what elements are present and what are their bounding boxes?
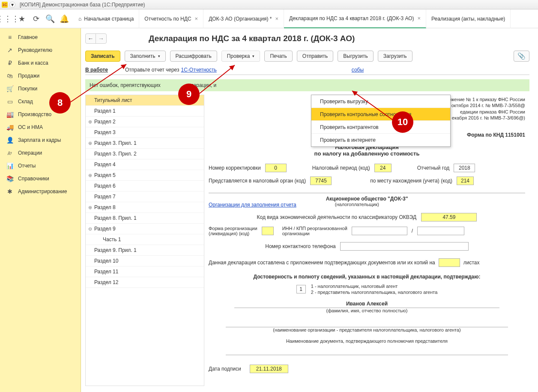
tab-vat-reporting[interactable]: Отчетность по НДС×	[139, 9, 203, 28]
section-item[interactable]: ⊕Раздел 3. Прил. 1	[86, 138, 204, 149]
page-title: Декларация по НДС за 4 квартал 2018 г. (…	[149, 34, 355, 43]
check-ratios-item[interactable]: Проверить контрольные соотношения	[311, 108, 450, 121]
doc-rep-field[interactable]	[226, 347, 508, 355]
sidebar-item-operations[interactable]: ДтОперации	[0, 147, 81, 159]
tab-organization[interactable]: ДОК-3 АО (Организация) *×	[203, 9, 284, 28]
section-item[interactable]: Раздел 3	[86, 127, 204, 138]
org-fill-link[interactable]: Организации для заполнения отчета	[209, 202, 296, 208]
debit-icon: Дт	[6, 151, 14, 155]
sidebar-item-payroll[interactable]: 👤Зарплата и кадры	[0, 134, 81, 147]
section-item[interactable]: ⊕Раздел 5	[86, 170, 204, 181]
expander-icon[interactable]: ⊕	[87, 119, 93, 124]
sign-date-field[interactable]: 21.11.2018	[250, 365, 288, 373]
sidebar-item-refs[interactable]: 📚Справочники	[0, 172, 81, 185]
section-item[interactable]: Раздел 4	[86, 159, 204, 170]
sidebar-item-bank[interactable]: ₽Банк и касса	[0, 57, 81, 69]
organ-field[interactable]: 7745	[310, 177, 332, 185]
section-item[interactable]: Раздел 6	[86, 181, 204, 192]
section-item[interactable]: ⊕Раздел 2	[86, 117, 204, 127]
section-item[interactable]: Раздел 11	[86, 266, 204, 277]
search-icon[interactable]: 🔍	[44, 12, 57, 25]
sidebar-item-production[interactable]: 🏭Производство	[0, 108, 81, 121]
org-role: (налогоплательщик)	[335, 202, 379, 208]
close-icon[interactable]: ×	[418, 15, 421, 21]
box-icon: ▭	[6, 98, 14, 105]
section-item[interactable]: Раздел 9. Прил. 1	[86, 245, 204, 256]
sidebar-item-admin[interactable]: ✱Администрирование	[0, 185, 81, 198]
reorg-inn-field[interactable]	[352, 227, 407, 235]
chevron-down-icon: ▾	[158, 54, 160, 58]
sidebar-item-assets[interactable]: 🚚ОС и НМА	[0, 121, 81, 134]
save-button[interactable]: Записать	[85, 51, 120, 62]
bell-icon[interactable]: 🔔	[58, 12, 71, 25]
bag-icon: 🛍	[6, 72, 14, 79]
phone-field[interactable]	[340, 242, 469, 251]
section-item[interactable]: Раздел 12	[86, 277, 204, 288]
history-icon[interactable]: ⟳	[30, 12, 42, 25]
section-item[interactable]: Раздел 10	[86, 256, 204, 266]
section-label: Раздел 8	[94, 204, 116, 210]
other-link[interactable]: собы	[352, 67, 364, 73]
expander-icon[interactable]: ⊖	[87, 226, 93, 231]
org-rep-field[interactable]	[226, 319, 508, 327]
breakdown-button[interactable]: Расшифровать	[170, 51, 217, 62]
send-button[interactable]: Отправить	[297, 51, 334, 62]
sidebar-item-main[interactable]: ≡Главное	[0, 31, 81, 44]
status-link[interactable]: В работе	[85, 67, 108, 73]
section-label: Раздел 2	[94, 119, 116, 125]
check-internet-item[interactable]: Проверить в интернете	[311, 134, 450, 147]
check-counterparties-item[interactable]: Проверить контрагентов	[311, 121, 450, 134]
close-icon[interactable]: ×	[275, 15, 278, 22]
pages-field[interactable]	[439, 258, 460, 267]
print-button[interactable]: Печать	[264, 51, 292, 62]
chart-icon: ↗	[6, 47, 14, 54]
section-label: Раздел 9. Прил. 1	[94, 247, 137, 253]
expander-icon[interactable]: ⊕	[87, 141, 93, 146]
place-field[interactable]: 214	[457, 177, 474, 185]
expander-icon[interactable]: ⊕	[87, 173, 93, 178]
signer-type-field[interactable]: 1	[296, 285, 306, 293]
section-label: Раздел 11	[94, 269, 118, 275]
reorg-kpp-field[interactable]	[417, 227, 464, 235]
tab-declaration[interactable]: Декларация по НДС за 4 квартал 2018 г. (…	[284, 9, 426, 28]
sidebar-item-manager[interactable]: ↗Руководителю	[0, 44, 81, 57]
gear-icon: ✱	[6, 188, 14, 195]
fio-field[interactable]: Иванов Алексей	[234, 300, 499, 308]
section-item[interactable]: Раздел 3. Прил. 2	[86, 149, 204, 159]
section-label: Часть 1	[103, 236, 121, 242]
apps-icon[interactable]: ⋮⋮⋮	[1, 12, 14, 25]
sidebar-item-reports[interactable]: 📊Отчеты	[0, 159, 81, 172]
section-item[interactable]: Часть 1	[86, 234, 204, 245]
home-icon: ⌂	[78, 16, 81, 22]
export-button[interactable]: Выгрузить	[338, 51, 374, 62]
tab-sales[interactable]: Реализация (акты, накладные)	[426, 9, 511, 28]
section-item[interactable]: ⊖Раздел 9	[86, 224, 204, 234]
corr-field[interactable]: 0	[265, 164, 287, 172]
reorg-code-field[interactable]	[262, 227, 274, 235]
year-label: Отчетный год	[417, 165, 450, 171]
period-field[interactable]: 24	[374, 164, 392, 172]
forward-button[interactable]: →	[96, 34, 106, 43]
section-item[interactable]: ⊕Раздел 8	[86, 202, 204, 213]
fill-button[interactable]: Заполнить▾	[125, 51, 166, 62]
check-button[interactable]: Проверка▾	[221, 51, 260, 62]
check-export-item[interactable]: Проверить выгрузку	[311, 95, 450, 108]
truck-icon: 🚚	[6, 124, 14, 131]
dropdown-icon[interactable]: ▾	[9, 2, 15, 8]
section-item[interactable]: Раздел 7	[86, 192, 204, 202]
reporting-link[interactable]: 1С-Отчетность	[181, 67, 217, 73]
section-item[interactable]: Раздел 1	[86, 106, 204, 117]
star-icon[interactable]: ★	[15, 12, 28, 25]
close-icon[interactable]: ×	[195, 15, 198, 22]
okved-field[interactable]: 47.59	[421, 213, 477, 221]
attach-button[interactable]: 📎	[514, 51, 529, 62]
year-field[interactable]: 2018	[454, 164, 475, 172]
expander-icon[interactable]: ⊕	[87, 205, 93, 210]
home-tab[interactable]: ⌂ Начальная страница	[73, 9, 139, 28]
sidebar-item-sales[interactable]: 🛍Продажи	[0, 69, 81, 82]
section-label: Раздел 4	[94, 162, 116, 168]
sidebar-item-purchases[interactable]: 🛒Покупки	[0, 82, 81, 95]
section-item[interactable]: Раздел 8. Прил. 1	[86, 213, 204, 224]
back-button[interactable]: ←	[86, 34, 96, 43]
import-button[interactable]: Загрузить	[378, 51, 412, 62]
